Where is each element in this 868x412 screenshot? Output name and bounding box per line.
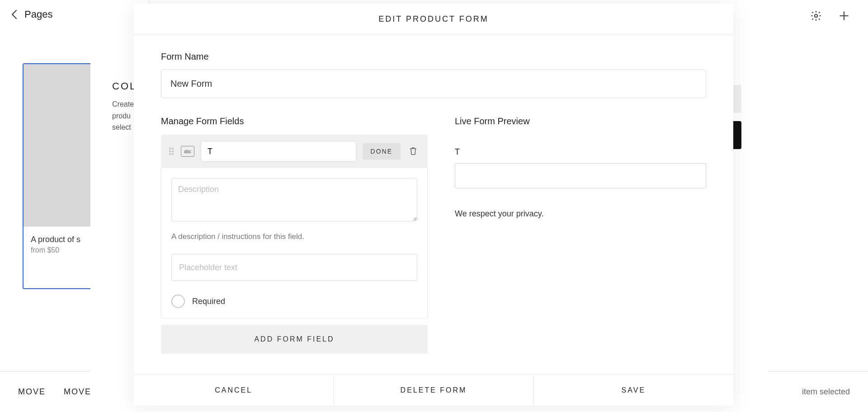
field-editor-card: abc DONE A description / instructions fo… <box>161 135 428 318</box>
selected-count-label: item selected <box>802 387 850 397</box>
form-name-label: Form Name <box>161 52 706 62</box>
placeholder-text-input[interactable] <box>171 254 417 281</box>
modal-title: EDIT PRODUCT FORM <box>134 4 733 35</box>
required-toggle[interactable] <box>171 295 185 308</box>
done-button[interactable]: DONE <box>363 143 401 159</box>
modal-footer: CANCEL DELETE FORM SAVE <box>134 374 733 406</box>
delete-form-button[interactable]: DELETE FORM <box>334 375 533 406</box>
field-type-badge: abc <box>181 146 194 157</box>
edit-product-form-modal: EDIT PRODUCT FORM Form Name Manage Form … <box>134 4 733 406</box>
trash-icon <box>409 146 417 157</box>
cancel-button[interactable]: CANCEL <box>134 375 334 406</box>
field-description-hint: A description / instructions for this fi… <box>171 232 417 241</box>
gear-icon[interactable] <box>810 10 822 22</box>
field-description-textarea[interactable] <box>171 178 417 221</box>
pages-label: Pages <box>24 9 52 20</box>
required-label: Required <box>192 297 225 306</box>
svg-point-0 <box>815 14 818 18</box>
manage-fields-label: Manage Form Fields <box>161 116 428 126</box>
add-form-field-button[interactable]: ADD FORM FIELD <box>161 325 428 354</box>
preview-field-label: T <box>455 147 706 157</box>
live-preview-label: Live Form Preview <box>455 116 706 126</box>
form-name-input[interactable] <box>161 69 706 98</box>
preview-text-input <box>455 163 706 188</box>
privacy-note: We respect your privacy. <box>455 209 706 219</box>
delete-field-button[interactable] <box>407 145 420 158</box>
field-title-input[interactable] <box>201 141 356 162</box>
chevron-left-icon <box>11 9 17 19</box>
move-action[interactable]: MOVE <box>18 387 46 397</box>
save-button[interactable]: SAVE <box>534 375 733 406</box>
underlying-subtext: Create produ select <box>112 98 134 133</box>
drag-handle-icon[interactable] <box>169 148 175 155</box>
plus-icon[interactable] <box>838 10 850 22</box>
